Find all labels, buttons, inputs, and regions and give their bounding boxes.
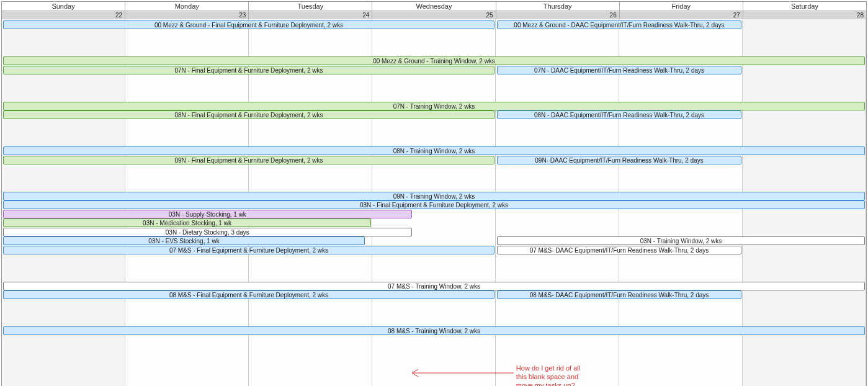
task-bars-layer: 00 Mezz & Ground - Final Equipment & Fur… (2, 19, 866, 386)
task-bar[interactable]: 08N - Final Equipment & Furniture Deploy… (3, 110, 494, 119)
task-bar[interactable]: 07 M&S - Training Window, 2 wks (3, 282, 865, 290)
task-bar[interactable]: 07N - Final Equipment & Furniture Deploy… (3, 66, 494, 74)
task-bar[interactable]: 07 M&S- DAAC Equipment/IT/Furn Readiness… (497, 246, 741, 254)
task-bar[interactable]: 08 M&S- DAAC Equipment/IT/Furn Readiness… (497, 290, 741, 299)
annotation-line: move my tasks up? (516, 381, 580, 386)
task-bar[interactable]: 03N - EVS Stocking, 1 wk (3, 236, 365, 245)
task-bar[interactable]: 03N - Medication Stocking, 1 wk (3, 218, 371, 227)
calendar-week-view: Sunday Monday Tuesday Wednesday Thursday… (1, 1, 867, 386)
task-bar[interactable]: 03N - Dietary Stocking, 3 days (3, 228, 412, 236)
task-bar[interactable]: 03N - Supply Stocking, 1 wk (3, 210, 412, 218)
annotation-text: How do I get rid of all this blank space… (516, 364, 580, 386)
task-bar[interactable]: 07N - Training Window, 2 wks (3, 102, 865, 110)
task-bar[interactable]: 03N - Final Equipment & Furniture Deploy… (3, 200, 865, 209)
calendar-grid[interactable]: 00 Mezz & Ground - Final Equipment & Fur… (2, 19, 866, 386)
annotation-line: How do I get rid of all (516, 364, 580, 372)
day-header: Sunday (2, 2, 125, 11)
day-header: Thursday (496, 2, 620, 11)
task-bar[interactable]: 07N - DAAC Equipment/IT/Furn Readiness W… (497, 66, 741, 74)
day-header-row: Sunday Monday Tuesday Wednesday Thursday… (2, 2, 866, 11)
day-header: Wednesday (372, 2, 496, 11)
annotation-arrow (408, 366, 514, 378)
task-bar[interactable]: 00 Mezz & Ground - Final Equipment & Fur… (3, 20, 494, 29)
task-bar[interactable]: 09N- DAAC Equipment/IT/Furn Readiness Wa… (497, 156, 741, 164)
day-header: Saturday (743, 2, 866, 11)
date-cell[interactable]: 22 (2, 11, 125, 19)
date-cell[interactable]: 25 (372, 11, 496, 19)
task-bar[interactable]: 08 M&S - Training Window, 2 wks (3, 326, 865, 335)
day-header: Tuesday (249, 2, 372, 11)
task-bar[interactable]: 03N - Training Window, 2 wks (497, 236, 865, 245)
task-bar[interactable]: 07 M&S - Final Equipment & Furniture Dep… (3, 246, 494, 254)
date-cell[interactable]: 26 (496, 11, 620, 19)
date-row: 22 23 24 25 26 27 28 (2, 11, 866, 19)
task-bar[interactable]: 08N - Training Window, 2 wks (3, 146, 865, 155)
date-cell[interactable]: 27 (620, 11, 743, 19)
task-bar[interactable]: 08N - DAAC Equipment/IT/Furn Readiness W… (497, 110, 741, 119)
date-cell[interactable]: 28 (743, 11, 866, 19)
date-cell[interactable]: 24 (249, 11, 372, 19)
annotation-line: this blank space and (516, 372, 580, 381)
task-bar[interactable]: 09N - Training Window, 2 wks (3, 192, 865, 200)
task-bar[interactable]: 08 M&S - Final Equipment & Furniture Dep… (3, 290, 494, 299)
task-bar[interactable]: 00 Mezz & Ground - Training Window, 2 wk… (3, 56, 865, 65)
day-header: Monday (125, 2, 249, 11)
task-bar[interactable]: 00 Mezz & Ground - DAAC Equipment/IT/Fur… (497, 20, 741, 29)
day-header: Friday (620, 2, 743, 11)
task-bar[interactable]: 09N - Final Equipment & Furniture Deploy… (3, 156, 494, 164)
date-cell[interactable]: 23 (125, 11, 249, 19)
